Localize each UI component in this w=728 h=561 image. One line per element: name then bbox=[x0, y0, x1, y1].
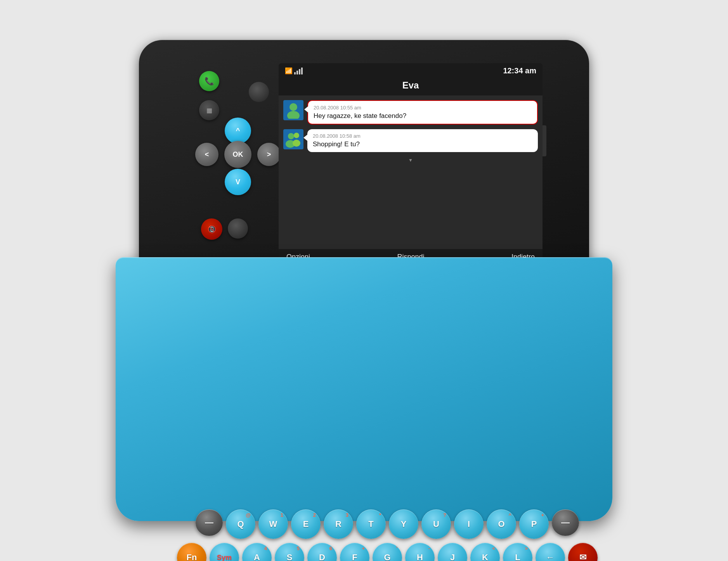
extra-button-1[interactable] bbox=[228, 218, 248, 239]
key-left-minus[interactable]: — bbox=[196, 509, 223, 536]
signal-area: 📶 bbox=[285, 67, 303, 74]
message-item-2: 20.08.2008 10:58 am Shopping! E tu? bbox=[283, 129, 538, 152]
scroll-indicator: ▼ bbox=[283, 157, 538, 164]
nav-cluster: ^ < OK > V bbox=[191, 118, 284, 195]
key-f[interactable]: + F bbox=[340, 543, 369, 561]
antenna-icon: 📶 bbox=[285, 67, 293, 74]
svg-point-4 bbox=[288, 133, 294, 139]
svg-point-1 bbox=[289, 103, 297, 111]
phone-screen: 📶 12:34 am Eva bbox=[279, 63, 543, 265]
key-k[interactable]: < K bbox=[470, 543, 500, 561]
signal-bars bbox=[294, 68, 303, 74]
nav-right-button[interactable]: > bbox=[257, 143, 281, 166]
time-display: 12:34 am bbox=[503, 66, 536, 75]
message-time-2: 20.08.2008 10:58 am bbox=[313, 133, 532, 139]
key-e[interactable]: 2 E bbox=[291, 509, 321, 539]
key-h[interactable]: - H bbox=[405, 543, 435, 561]
signal-bar-1 bbox=[294, 72, 296, 74]
call-button[interactable]: 📞 bbox=[199, 71, 219, 91]
message-time-1: 20.08.2008 10:55 am bbox=[314, 105, 532, 111]
nav-right-icon: > bbox=[267, 151, 271, 159]
signal-bar-4 bbox=[301, 68, 303, 74]
key-a[interactable]: 4 A bbox=[242, 543, 272, 561]
keyboard-row-1: — @ Q 1 W 2 E 3 R * bbox=[154, 509, 620, 539]
nav-up-icon: ^ bbox=[236, 127, 240, 135]
key-g[interactable]: ' G bbox=[373, 543, 402, 561]
key-u[interactable]: ? U bbox=[421, 509, 451, 539]
status-bar: 📶 12:34 am bbox=[279, 63, 543, 77]
key-o[interactable]: ^ O bbox=[487, 509, 516, 539]
phone-top-body: 📞 ▦ ^ < OK > bbox=[139, 40, 589, 288]
key-r[interactable]: 3 R bbox=[324, 509, 353, 539]
nav-ok-label: OK bbox=[233, 151, 243, 159]
key-l[interactable]: > L bbox=[503, 543, 532, 561]
message-item-1: 20.08.2008 10:55 am Hey ragazze, ke stat… bbox=[283, 100, 538, 125]
messages-area: 20.08.2008 10:55 am Hey ragazze, ke stat… bbox=[279, 95, 543, 249]
avatar-2 bbox=[283, 129, 303, 149]
keyboard: — @ Q 1 W 2 E 3 R * bbox=[147, 498, 628, 561]
nav-up-button[interactable]: ^ bbox=[225, 118, 251, 144]
svg-point-7 bbox=[293, 140, 300, 147]
key-q[interactable]: @ Q bbox=[226, 509, 255, 539]
contact-name: Eva bbox=[279, 77, 543, 95]
message-bubble-2: 20.08.2008 10:58 am Shopping! E tu? bbox=[307, 129, 538, 152]
message-text-2: Shopping! E tu? bbox=[313, 140, 532, 148]
key-p[interactable]: + P bbox=[519, 509, 549, 539]
nav-left-button[interactable]: < bbox=[195, 143, 218, 166]
key-y[interactable]: Y bbox=[389, 509, 418, 539]
phone-device: 📞 ▦ ^ < OK > bbox=[92, 28, 636, 533]
signal-bar-2 bbox=[296, 71, 298, 74]
nav-ok-button[interactable]: OK bbox=[224, 141, 251, 168]
phone-bottom-body: — @ Q 1 W 2 E 3 R * bbox=[116, 257, 612, 521]
keyboard-row-2: Fn Sym 4 A 5 S 6 D + bbox=[154, 543, 620, 561]
key-fn[interactable]: Fn bbox=[177, 543, 206, 561]
signal-bar-3 bbox=[299, 69, 300, 74]
key-w[interactable]: 1 W bbox=[258, 509, 288, 539]
message-text-1: Hey ragazze, ke state facendo? bbox=[314, 112, 532, 120]
avatar-1 bbox=[283, 100, 303, 120]
svg-point-6 bbox=[294, 133, 299, 138]
key-right-minus[interactable]: — bbox=[552, 509, 579, 536]
message-bubble-1: 20.08.2008 10:55 am Hey ragazze, ke stat… bbox=[307, 100, 538, 125]
power-button[interactable] bbox=[249, 82, 269, 102]
nav-down-icon: V bbox=[236, 178, 240, 186]
key-t[interactable]: * T bbox=[356, 509, 386, 539]
key-s[interactable]: 5 S bbox=[275, 543, 304, 561]
key-backspace[interactable]: ← bbox=[536, 543, 565, 561]
nav-down-button[interactable]: V bbox=[225, 169, 251, 195]
key-sym[interactable]: Sym bbox=[210, 543, 239, 561]
key-j[interactable]: J bbox=[438, 543, 467, 561]
end-call-button[interactable]: 📵 bbox=[201, 218, 222, 240]
nav-left-icon: < bbox=[205, 151, 209, 159]
key-d[interactable]: 6 D bbox=[307, 543, 337, 561]
key-email[interactable]: ✉ bbox=[568, 543, 598, 561]
key-i[interactable]: I bbox=[454, 509, 484, 539]
